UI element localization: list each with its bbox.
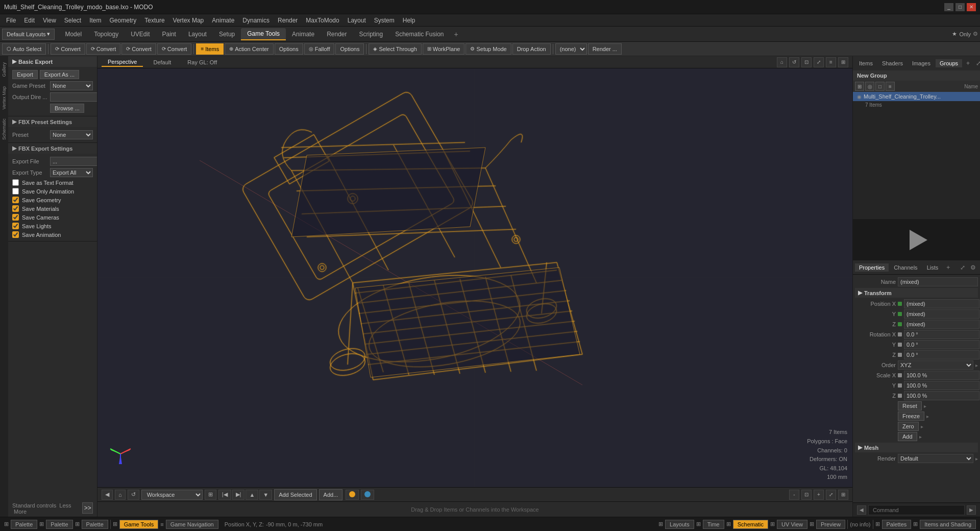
down-btn[interactable]: ▼ [259, 490, 272, 500]
save-lights-checkbox[interactable] [12, 223, 19, 229]
items-shading-btn[interactable]: Items and Shading [920, 520, 976, 529]
zero-arrow[interactable]: ▸ [921, 424, 923, 429]
game-preset-select[interactable]: None [50, 81, 93, 90]
menu-select[interactable]: Select [60, 16, 85, 25]
rp-tab-shaders[interactable]: Shaders [878, 59, 907, 67]
vp-zoom-in[interactable]: + [814, 490, 824, 500]
layouts-btn[interactable]: Layouts [665, 520, 694, 529]
vp-tab-default[interactable]: Default [147, 58, 177, 66]
minimize-button[interactable]: _ [944, 3, 953, 11]
rp-expand-icon[interactable]: ⤢ [974, 59, 980, 68]
add-tab-button[interactable]: + [450, 28, 462, 40]
menu-file[interactable]: File [2, 16, 20, 25]
command-input[interactable] [868, 505, 965, 515]
props-tab-properties[interactable]: Properties [855, 263, 889, 272]
reset-arrow[interactable]: ▸ [924, 403, 926, 409]
none-dropdown[interactable]: (none) [555, 43, 587, 55]
mesh-section[interactable]: ▶ Mesh [855, 443, 978, 452]
falloff-button[interactable]: ◎Falloff [304, 43, 335, 55]
rot-y-input[interactable] [904, 340, 979, 349]
tab-render[interactable]: Render [321, 29, 353, 40]
setup-mode-button[interactable]: ⚙Setup Mode [465, 43, 511, 55]
menu-render[interactable]: Render [274, 16, 302, 25]
workplane-button[interactable]: ⊞WorkPlane [423, 43, 465, 55]
export-type-select[interactable]: Export All [50, 168, 93, 177]
scene-item-trolley[interactable]: ◉ Multi_Shelf_Cleaning_Trolley... [853, 92, 980, 101]
workspace-select[interactable]: Workspace [141, 490, 203, 500]
schematic-btn[interactable]: Schematic [733, 520, 768, 529]
palettes-btn[interactable]: Palettes [882, 520, 912, 529]
fbx-export-header[interactable]: ▶ FBX Export Settings [8, 143, 97, 154]
export-file-input[interactable] [50, 157, 97, 166]
rot-z-input[interactable] [904, 350, 979, 359]
transform-section[interactable]: ▶ Transform [855, 288, 978, 298]
menu-item[interactable]: Item [85, 16, 105, 25]
prev-frame-btn[interactable]: |◀ [218, 490, 231, 500]
group-icon-btn-2[interactable]: ◎ [865, 82, 874, 91]
tab-paint[interactable]: Paint [156, 29, 182, 40]
save-anim-checkbox[interactable] [12, 188, 19, 195]
convert-button-3[interactable]: ⟳Convert [121, 43, 156, 55]
menu-view[interactable]: View [39, 16, 60, 25]
sidebar-tab-vertex-map[interactable]: Vertex Map [1, 82, 8, 114]
time-btn[interactable]: Time [703, 520, 724, 529]
star-icon[interactable]: ★ [952, 31, 957, 37]
tab-layout[interactable]: Layout [182, 29, 213, 40]
menu-edit[interactable]: Edit [20, 16, 39, 25]
color-btn-1[interactable] [346, 490, 359, 500]
props-tab-lists[interactable]: Lists [923, 263, 943, 272]
vp-zoom-fit-btn[interactable]: ⊡ [801, 57, 812, 67]
freeze-btn[interactable]: Freeze [898, 412, 924, 421]
vp-tab-raygl[interactable]: Ray GL: Off [181, 58, 223, 66]
auto-select-button[interactable]: ⬡Auto Select [2, 43, 46, 55]
drop-action-button[interactable]: Drop Action [512, 43, 551, 55]
props-settings-icon[interactable]: ⚙ [968, 263, 978, 272]
vp-expand-btn[interactable]: ⊞ [838, 57, 848, 67]
save-text-checkbox[interactable] [12, 179, 19, 186]
props-expand-icon[interactable]: ⤢ [958, 263, 967, 272]
settings-icon[interactable]: ⚙ [973, 31, 978, 37]
rot-x-input[interactable] [904, 330, 979, 339]
palette-btn-2[interactable]: Palette [46, 520, 72, 529]
menu-system[interactable]: System [370, 16, 399, 25]
pos-z-input[interactable] [904, 320, 979, 329]
maximize-button[interactable]: □ [955, 3, 965, 11]
tab-model[interactable]: Model [59, 29, 88, 40]
group-icon-btn-3[interactable]: □ [875, 82, 885, 91]
add-prop-btn[interactable]: Add [898, 432, 917, 441]
browse-button[interactable]: Browse ... [50, 104, 84, 113]
play-button[interactable] [910, 230, 927, 250]
palette-btn-3[interactable]: Palette [82, 520, 108, 529]
tab-schematic-fusion[interactable]: Schematic Fusion [389, 29, 450, 40]
tab-uvedit[interactable]: UVEdit [125, 29, 156, 40]
save-cam-checkbox[interactable] [12, 214, 19, 221]
name-input[interactable] [898, 277, 978, 286]
render-arrow[interactable]: ▸ [975, 456, 978, 462]
save-mat-checkbox[interactable] [12, 205, 19, 212]
sidebar-tab-gallery[interactable]: Gallery [1, 58, 8, 81]
vp-maximize-btn[interactable]: ⤢ [814, 57, 824, 67]
uv-view-btn[interactable]: UV View [777, 520, 807, 529]
vp-settings-btn[interactable]: ≡ [826, 57, 836, 67]
output-dir-input[interactable] [50, 92, 97, 102]
select-through-button[interactable]: ◈Select Through [369, 43, 421, 55]
render-dots-button[interactable]: Render ... [588, 43, 622, 55]
tab-setup[interactable]: Setup [213, 29, 241, 40]
add-arrow[interactable]: ▸ [919, 434, 922, 440]
menu-geometry[interactable]: Geometry [106, 16, 141, 25]
group-icon-btn-4[interactable]: ≡ [886, 82, 895, 91]
rp-tab-images[interactable]: Images [908, 59, 935, 67]
render-select[interactable]: Default [898, 454, 973, 463]
options-button-1[interactable]: Options [275, 43, 303, 55]
rp-add-tab[interactable]: + [963, 59, 973, 68]
vp-prev-btn[interactable]: ◀ [102, 490, 113, 500]
menu-maxtomodo[interactable]: MaxToModo [302, 16, 343, 25]
color-btn-2[interactable] [361, 490, 374, 500]
order-arrow[interactable]: ▸ [975, 363, 978, 368]
next-frame-btn[interactable]: ▶| [232, 490, 245, 500]
convert-button-2[interactable]: ⟳Convert [86, 43, 121, 55]
layout-dropdown[interactable]: Default Layouts ▾ [2, 29, 55, 40]
tab-scripting[interactable]: Scripting [353, 29, 389, 40]
add-selected-btn[interactable]: Add Selected [274, 489, 316, 500]
close-button[interactable]: ✕ [967, 3, 976, 11]
